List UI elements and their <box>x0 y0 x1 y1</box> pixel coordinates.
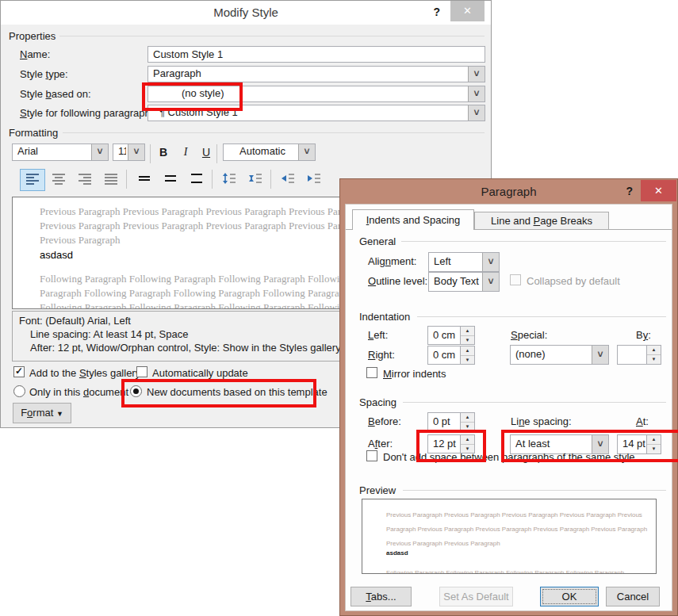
spacing-after-label: After: <box>368 438 393 450</box>
paragraph-content: Indents and Spacing Line and Page Breaks… <box>345 204 672 611</box>
font-size-select[interactable]: 11 ˅ <box>113 143 145 161</box>
dont-add-space-checkbox[interactable] <box>366 450 377 461</box>
close-icon[interactable]: ✕ <box>641 180 676 201</box>
at-label: At: <box>636 415 649 427</box>
sample-text: asdasd <box>386 549 653 557</box>
bold-button[interactable]: B <box>154 143 173 161</box>
decrease-indent-button[interactable] <box>275 169 301 191</box>
align-justify-button[interactable] <box>98 169 124 191</box>
align-center-button[interactable] <box>46 169 71 191</box>
increase-space-before-button[interactable] <box>216 169 242 191</box>
font-color-select[interactable]: Automatic ˅ <box>223 143 316 161</box>
name-label: Name: <box>20 48 50 60</box>
ok-button[interactable]: OK <box>540 587 599 606</box>
single-spacing-button[interactable] <box>132 169 157 191</box>
following-paragraph-text: Following Paragraph Following Paragraph … <box>386 569 624 574</box>
help-icon[interactable]: ? <box>433 6 440 18</box>
one-half-spacing-icon <box>163 172 178 188</box>
preview-group-label: Preview <box>359 484 396 496</box>
align-center-icon <box>51 172 67 188</box>
spacing-before-label: Before: <box>368 415 401 427</box>
separator <box>212 170 213 189</box>
indent-by-label: By: <box>636 329 651 341</box>
collapsed-by-default-checkbox[interactable] <box>510 274 521 285</box>
style-type-label: Style type: <box>20 68 68 80</box>
font-name-select[interactable]: Arial ˅ <box>12 143 109 161</box>
mirror-indents-label: Mirror indents <box>383 368 446 380</box>
check-icon: ✓ <box>15 365 23 377</box>
spacing-before-spinner[interactable]: 0 pt ▲▼ <box>427 412 475 431</box>
tab-line-and-page-breaks[interactable]: Line and Page Breaks <box>474 212 609 230</box>
alignment-select[interactable]: Left ˅ <box>428 252 500 272</box>
help-icon[interactable]: ? <box>626 185 633 197</box>
set-as-default-button: Set As Default <box>439 587 513 606</box>
spin-up-icon: ▲ <box>461 327 474 335</box>
one-half-spacing-button[interactable] <box>158 169 183 191</box>
divider <box>417 316 666 317</box>
chevron-down-icon[interactable]: ˅ <box>482 253 499 271</box>
spin-up-icon: ▲ <box>647 346 661 354</box>
indent-by-spinner[interactable]: ▲▼ <box>617 345 661 365</box>
double-spacing-icon <box>189 172 205 188</box>
alignment-label: Alignment: <box>368 255 416 267</box>
chevron-down-icon[interactable]: ˅ <box>91 144 108 160</box>
tab-indents-and-spacing[interactable]: Indents and Spacing <box>352 209 474 230</box>
chevron-down-icon[interactable]: ˅ <box>298 144 315 160</box>
paragraph-preview-box: Previous Paragraph Previous Paragraph Pr… <box>362 499 657 574</box>
special-select[interactable]: (none) ˅ <box>510 345 609 365</box>
align-left-button[interactable] <box>20 169 45 191</box>
close-icon[interactable]: ✕ <box>450 1 485 21</box>
dropdown-arrow-icon: ▼ <box>56 410 63 418</box>
chevron-down-icon[interactable]: ˅ <box>592 346 608 364</box>
auto-update-checkbox[interactable] <box>136 366 147 377</box>
italic-button[interactable]: I <box>176 143 195 161</box>
decrease-space-before-icon <box>247 172 263 188</box>
highlight-style-based-on <box>142 82 243 111</box>
spacing-group-label: Spacing <box>359 396 396 408</box>
modify-style-titlebar[interactable]: Modify Style ? ✕ <box>1 1 491 25</box>
increase-indent-button[interactable] <box>301 169 327 191</box>
decrease-space-before-button[interactable] <box>243 169 268 191</box>
spin-down-icon: ▼ <box>647 354 661 364</box>
auto-update-label: Automatically update <box>152 367 248 379</box>
style-based-on-label: Style based on: <box>20 88 91 100</box>
cancel-button[interactable]: Cancel <box>606 587 660 606</box>
name-input[interactable]: Custom Style 1 <box>147 46 485 63</box>
general-group-label: General <box>359 235 396 247</box>
chevron-down-icon[interactable]: ˅ <box>128 144 144 160</box>
indent-left-spinner[interactable]: 0 cm ▲▼ <box>427 326 475 345</box>
chevron-down-icon[interactable]: ˅ <box>482 273 499 291</box>
add-to-gallery-checkbox[interactable]: ✓ <box>13 366 25 377</box>
double-spacing-button[interactable] <box>184 169 209 191</box>
divider <box>59 36 485 36</box>
previous-paragraph-text: Previous Paragraph Previous Paragraph Pr… <box>386 511 647 547</box>
chevron-down-icon[interactable]: ˅ <box>468 86 485 101</box>
separator <box>150 144 151 163</box>
following-paragraph-label: Style for following paragraph: <box>20 107 153 119</box>
tabs-button[interactable]: Tabs... <box>350 587 412 606</box>
collapsed-by-default-label: Collapsed by default <box>527 275 620 287</box>
align-justify-icon <box>103 172 119 188</box>
modify-style-title: Modify Style <box>1 1 491 25</box>
chevron-down-icon[interactable]: ˅ <box>468 67 485 82</box>
spin-up-icon: ▲ <box>461 413 474 422</box>
spin-up-icon: ▲ <box>461 346 474 355</box>
underline-button[interactable]: U <box>197 143 216 161</box>
divider <box>403 490 666 491</box>
indent-right-spinner[interactable]: 0 cm ▲▼ <box>427 346 475 365</box>
mirror-indents-checkbox[interactable] <box>366 367 377 378</box>
divider <box>403 402 666 403</box>
separator <box>216 144 217 163</box>
align-right-icon <box>77 172 93 188</box>
chevron-down-icon[interactable]: ˅ <box>468 105 485 121</box>
increase-space-before-icon <box>221 172 237 188</box>
style-type-select[interactable]: Paragraph ˅ <box>147 66 485 82</box>
spin-down-icon: ▼ <box>461 355 474 365</box>
desktop: Modify Style ? ✕ Properties Name: Custom… <box>0 0 678 616</box>
format-button[interactable]: Format ▼ <box>13 403 71 423</box>
formatting-group-label: Formatting <box>9 127 58 139</box>
indent-right-label: Right: <box>368 349 395 361</box>
only-document-radio[interactable] <box>13 385 25 397</box>
align-right-button[interactable] <box>72 169 98 191</box>
outline-level-select[interactable]: Body Text ˅ <box>428 272 500 292</box>
